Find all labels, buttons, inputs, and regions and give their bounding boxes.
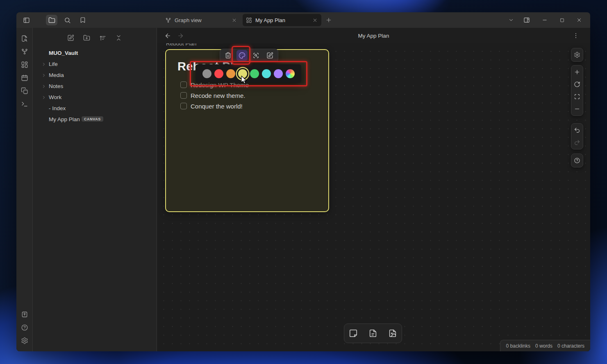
tab-my-app-plan[interactable]: My App Plan (243, 14, 321, 26)
redo-icon (574, 139, 580, 146)
swatch-custom-color[interactable] (286, 69, 295, 78)
color-picker (196, 64, 301, 83)
vault-switcher-button[interactable] (19, 309, 30, 320)
node-toolbar (220, 49, 278, 62)
swatch-yellow-selected[interactable] (238, 69, 247, 78)
quick-switcher-button[interactable] (19, 33, 30, 44)
arrow-right-icon (177, 32, 184, 39)
gear-icon (21, 337, 28, 344)
backlinks-count[interactable]: 0 backlinks (506, 343, 530, 349)
files-tab-button[interactable] (46, 15, 57, 25)
maximize-button[interactable] (556, 14, 568, 26)
plus-icon (574, 69, 580, 75)
todo-item: Recode new theme. (166, 90, 328, 101)
canvas-icon (246, 17, 252, 23)
more-options-button[interactable] (571, 31, 580, 40)
square-pen-icon (67, 34, 74, 41)
swatch-green[interactable] (250, 69, 259, 78)
plus-icon (325, 17, 332, 23)
tab-label: My App Plan (255, 17, 311, 23)
search-tab-button[interactable] (61, 15, 73, 25)
daily-note-button[interactable] (19, 72, 30, 84)
settings-button[interactable] (19, 335, 30, 346)
folder-life[interactable]: Life (33, 59, 157, 70)
checkbox[interactable] (180, 81, 187, 88)
edit-icon (266, 52, 273, 59)
undo-button[interactable] (571, 124, 583, 136)
new-canvas-button[interactable] (19, 59, 30, 70)
zoom-in-button[interactable] (571, 66, 583, 78)
edit-node-button[interactable] (264, 50, 275, 61)
scan-icon (574, 93, 580, 100)
forward-button[interactable] (176, 32, 184, 40)
canvas-node-label: Reboot Plan (166, 43, 196, 47)
minimize-button[interactable] (539, 14, 551, 26)
close-icon (576, 17, 582, 23)
folder-media[interactable]: Media (33, 70, 157, 81)
maximize-icon (559, 18, 565, 23)
help-icon (21, 324, 28, 331)
chevrons-down-up-icon (115, 34, 122, 41)
add-note-button[interactable] (365, 325, 381, 341)
tab-list-dropdown-button[interactable] (505, 14, 517, 26)
delete-node-button[interactable] (223, 50, 234, 61)
obsidian-window: Graph view My App Plan (16, 12, 590, 351)
zoom-to-fit-button[interactable] (571, 90, 583, 103)
swatch-cyan[interactable] (262, 69, 271, 78)
canvas-settings-button[interactable] (571, 49, 583, 61)
swatch-red[interactable] (214, 69, 223, 78)
file-index[interactable]: - Index (33, 103, 157, 114)
file-text-icon (368, 329, 377, 338)
color-node-button[interactable] (236, 50, 248, 61)
graph-view-button[interactable] (19, 46, 30, 57)
vault-icon (21, 311, 28, 318)
add-media-button[interactable] (384, 325, 401, 341)
kebab-icon (573, 32, 579, 39)
file-my-app-plan[interactable]: My App Plan CANVAS (33, 114, 157, 125)
canvas-area[interactable]: Reboot Plan Reboot Plan Redesign WP Them… (157, 43, 590, 351)
close-window-button[interactable] (573, 14, 585, 26)
add-card-button[interactable] (345, 325, 361, 341)
help-button[interactable] (19, 322, 30, 333)
new-tab-button[interactable] (323, 15, 334, 25)
swatch-purple[interactable] (274, 69, 283, 78)
close-icon[interactable] (231, 17, 237, 23)
bookmarks-tab-button[interactable] (77, 15, 89, 25)
zoom-out-button[interactable] (571, 103, 583, 115)
canvas-badge: CANVAS (82, 116, 103, 122)
canvas-help-button[interactable] (571, 154, 583, 167)
templates-button[interactable] (19, 85, 30, 97)
canvas-add-toolbar (344, 323, 402, 343)
tab-graph-view[interactable]: Graph view (162, 14, 241, 26)
swatch-orange[interactable] (226, 69, 235, 78)
folder-work[interactable]: Work (33, 92, 157, 103)
swatch-gray[interactable] (202, 69, 211, 78)
new-note-button[interactable] (66, 33, 76, 43)
checkbox[interactable] (180, 92, 187, 99)
arrow-left-icon (164, 32, 171, 39)
terminal-button[interactable] (19, 98, 30, 110)
right-sidebar-toggle-button[interactable] (521, 14, 533, 26)
vault-title-row[interactable]: MUO_Vault (33, 47, 157, 59)
view-title: My App Plan (157, 33, 590, 39)
zoom-to-selection-button[interactable] (250, 50, 261, 61)
collapse-all-button[interactable] (114, 33, 124, 43)
redo-button[interactable] (571, 136, 583, 149)
folder-notes[interactable]: Notes (33, 81, 157, 92)
new-folder-button[interactable] (82, 33, 92, 43)
graph-icon (165, 17, 171, 23)
sort-order-button[interactable] (98, 33, 108, 43)
reset-zoom-button[interactable] (571, 78, 583, 90)
back-button[interactable] (164, 32, 172, 40)
terminal-icon (21, 100, 28, 108)
close-icon[interactable] (311, 17, 318, 23)
workspace-tabs: Graph view My App Plan (162, 12, 334, 28)
file-image-icon (388, 329, 397, 338)
scan-search-icon (252, 52, 259, 59)
gear-icon (574, 52, 580, 58)
checkbox[interactable] (180, 103, 187, 109)
character-count: 0 characters (557, 343, 584, 349)
copy-icon (21, 87, 28, 95)
sticky-note-icon (349, 329, 358, 338)
left-sidebar-toggle-button[interactable] (20, 15, 32, 25)
